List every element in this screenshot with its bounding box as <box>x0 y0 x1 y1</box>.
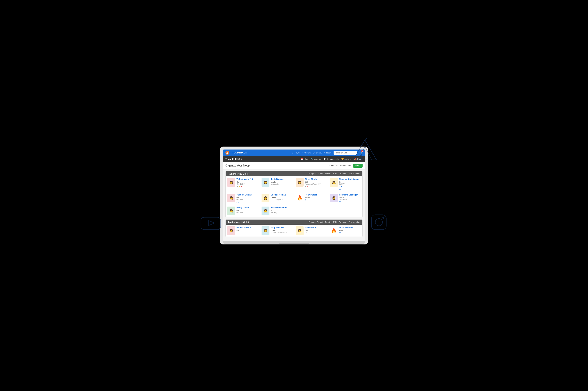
member-info: Odette FreemanLeaderTroop Shepherd <box>271 194 292 200</box>
unit-action-edit-1[interactable]: Edit <box>333 221 337 223</box>
support-link[interactable]: Support <box>324 152 331 154</box>
member-card: 👩Odette FreemanLeaderTroop Shepherd <box>260 192 294 205</box>
sub-navbar: Troop OH2012 ℹ 📅 Plan 🔧 Manage 💬 Communi… <box>223 156 365 162</box>
member-name[interactable]: Tisha Atwood (18) <box>237 178 258 181</box>
member-info: Cindy CharlyGirlRegistered Youth (PF)2★ <box>305 178 327 188</box>
email-icon[interactable]: ✉ <box>339 188 361 190</box>
member-name[interactable]: Linda Williams <box>339 226 361 229</box>
unit-action-delete-0[interactable]: Delete <box>325 173 331 175</box>
unit-action-progress-report-0[interactable]: Progress Report <box>309 173 323 175</box>
star-blue: ★ <box>340 186 342 188</box>
email-icon[interactable]: ✉ <box>339 232 361 234</box>
member-role: Girl <box>305 229 327 231</box>
page-header-actions: Add a Unit Add Member Filter <box>329 164 363 168</box>
star-blue: ★ <box>238 201 240 203</box>
member-badges: 2★ <box>305 186 327 188</box>
member-avatar: 👧 <box>227 178 235 187</box>
member-name[interactable]: Odette Freeman <box>271 194 292 196</box>
user-menu[interactable]: Tyler TroopTrack <box>296 152 311 154</box>
member-name[interactable]: Mindy Leftout <box>237 206 258 209</box>
member-role: Leader <box>271 229 292 231</box>
member-info: Mindy LeftoutGirlGirl (PF) <box>237 206 258 213</box>
unit-header-0: Pathfinders (6 Girls)Progress ReportDele… <box>226 171 362 176</box>
unit-action-promote-0[interactable]: Promote <box>339 173 346 175</box>
member-avatar: 👧 <box>296 226 304 235</box>
member-role: Adult <box>339 229 361 231</box>
member-role: Girl <box>305 181 327 183</box>
quick-nav-link[interactable]: Quick Nav <box>313 152 322 154</box>
member-sub-role: Girl (T) <box>305 231 327 233</box>
member-name[interactable]: Cindy Charly <box>305 178 327 181</box>
member-name[interactable]: Jasmine Dunlap <box>237 194 258 196</box>
member-role: Girl <box>237 196 258 198</box>
member-name[interactable]: Raquel Howard <box>237 226 258 229</box>
member-sub-role: Unit Leader <box>339 199 361 200</box>
badge-count: 3 <box>339 186 340 188</box>
member-card: 🔥Linda WilliamsAdult✉ <box>328 225 363 237</box>
unit-action-edit-0[interactable]: Edit <box>333 173 337 175</box>
member-role: Leader <box>339 196 361 198</box>
member-card: 👧Tisha Atwood (18)GirlGirl (18/PF)10★★ <box>226 176 260 192</box>
brand-icon: 🏕 <box>225 151 229 155</box>
member-avatar: 👩 <box>261 194 269 202</box>
laptop-frame: 🏕 TROOPTRACK ⚙ Tyler TroopTrack Quick Na… <box>220 147 368 244</box>
member-name[interactable]: Mary Sanchez <box>271 226 292 229</box>
member-avatar: 👧 <box>227 206 235 215</box>
member-name[interactable]: Jessica Richards <box>271 206 292 209</box>
email-icon[interactable]: ✉ <box>305 199 327 201</box>
unit-action-add-member-0[interactable]: Add Member <box>349 173 360 175</box>
plan-link[interactable]: 📅 Plan <box>301 158 308 160</box>
unit-action-promote-1[interactable]: Promote <box>339 221 346 223</box>
member-card: 👧Mindy LeftoutGirlGirl (PF) <box>226 205 260 217</box>
member-name[interactable]: Shannon Christiansen <box>339 178 361 181</box>
star-red: ★ <box>306 186 308 188</box>
member-avatar-fire: 🔥 <box>296 194 304 202</box>
member-name[interactable]: Jill Williams <box>305 226 327 229</box>
filter-button[interactable]: Filter <box>353 164 363 168</box>
member-info: Jessica RichardsGirlGirl (PF) <box>271 206 292 213</box>
svg-rect-0 <box>201 217 221 230</box>
manage-link[interactable]: 🔧 Manage <box>311 158 321 160</box>
member-name[interactable]: Josie Bloome <box>271 178 292 181</box>
member-card: 👩Mary SanchezLeaderExcursion Coordinator <box>260 225 294 237</box>
member-sub-role: Girl (18/PF) <box>237 183 258 185</box>
svg-marker-1 <box>209 220 215 225</box>
brand-logo[interactable]: 🏕 TROOPTRACK <box>225 151 247 155</box>
member-avatar: 👧 <box>296 178 304 187</box>
member-info: Jill WilliamsGirlGirl (T) <box>305 226 327 233</box>
member-sub-role: Troop Shepherd <box>271 199 292 200</box>
laptop-base <box>223 241 365 244</box>
settings-icon[interactable]: ⚙ <box>292 152 294 154</box>
info-icon[interactable]: ℹ <box>241 158 242 160</box>
svg-point-4 <box>382 217 384 219</box>
member-card: 👧Raquel HowardGirl <box>226 225 260 237</box>
member-role: Girl <box>271 209 292 211</box>
member-role: Girl <box>237 229 258 231</box>
member-badges: 1★ <box>237 201 258 203</box>
member-name[interactable]: Hermione Grandger <box>339 194 361 196</box>
add-unit-link[interactable]: Add a Unit <box>329 165 338 167</box>
badge-count: 10 <box>237 186 238 188</box>
member-name[interactable]: Ron Grander <box>305 194 327 196</box>
unit-header-1: Tenderheart (2 Girls)Progress ReportDele… <box>226 220 362 225</box>
member-info: Linda WilliamsAdult✉ <box>339 226 361 234</box>
communicate-link[interactable]: 💬 Communicate <box>323 158 339 160</box>
unit-name-0: Pathfinders (6 Girls) <box>228 173 248 175</box>
unit-action-progress-report-1[interactable]: Progress Report <box>309 221 323 223</box>
unit-action-add-member-1[interactable]: Add Member <box>349 221 360 223</box>
member-role: Parent <box>305 196 327 198</box>
main-content: Pathfinders (6 Girls)Progress ReportDele… <box>223 170 365 241</box>
member-info: Ron GranderParent✉ <box>305 194 327 201</box>
add-member-link[interactable]: Add Member <box>340 165 351 167</box>
member-sub-role: Girl (PF) <box>271 212 292 213</box>
email-icon[interactable]: ✉ <box>339 201 361 203</box>
unit-action-delete-1[interactable]: Delete <box>325 221 331 223</box>
cart-button[interactable]: 🛒 9 <box>359 151 363 155</box>
member-info: Raquel HowardGirl <box>237 226 258 231</box>
member-role: Girl <box>237 209 258 211</box>
member-avatar-fire: 🔥 <box>330 226 338 235</box>
member-avatar: 👧 <box>227 226 235 235</box>
member-sub-role: Girl (PF) <box>237 199 258 200</box>
member-grid-0: 👧Tisha Atwood (18)GirlGirl (18/PF)10★★👩J… <box>226 176 362 217</box>
member-info: Shannon ChristiansenGirlGirl (PF)3★✉ <box>339 178 361 190</box>
